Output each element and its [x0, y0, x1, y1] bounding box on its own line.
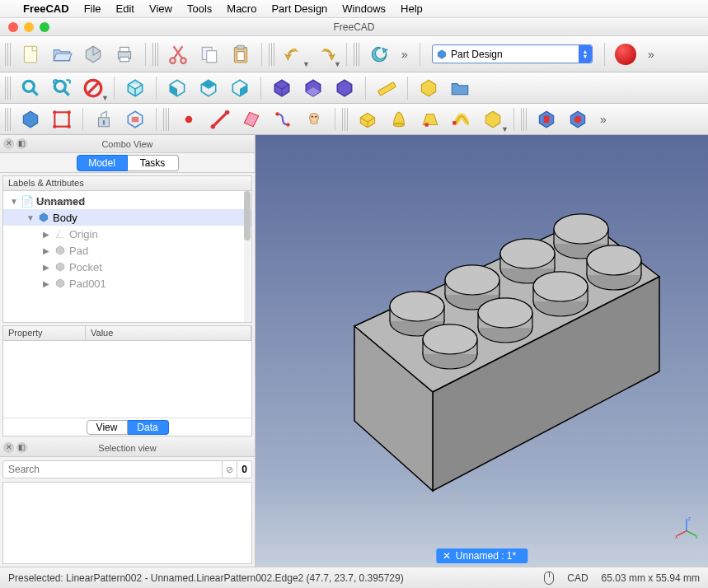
document-tab-close-icon[interactable]: ✕ [443, 550, 451, 562]
axis-cross-widget[interactable]: z y x [675, 516, 698, 539]
refresh-button[interactable] [365, 40, 393, 68]
svg-rect-9 [237, 45, 245, 49]
tree-disclosure-icon[interactable]: ▶ [43, 279, 51, 288]
tree-item-pad001[interactable]: ▶ Pad001 [3, 275, 251, 292]
new-document-button[interactable] [16, 40, 45, 68]
isometric-view-button[interactable] [121, 74, 149, 102]
toolbar-overflow-button[interactable]: » [643, 48, 659, 61]
additive-primitive-button[interactable]: ▼ [479, 105, 507, 133]
print-button[interactable] [110, 40, 138, 68]
draw-style-button[interactable]: ▼ [79, 74, 107, 102]
svg-point-41 [500, 239, 555, 268]
shape-binder-button[interactable] [300, 105, 328, 133]
workbench-selector[interactable]: Part Design ▲▼ [432, 44, 593, 63]
menu-windows[interactable]: Windows [342, 2, 386, 15]
tab-model[interactable]: Model [77, 155, 128, 171]
tree-item-origin[interactable]: ▶ Origin [3, 226, 251, 242]
tree-disclosure-icon[interactable]: ▶ [43, 246, 51, 255]
menu-view[interactable]: View [149, 2, 172, 15]
tree-item-pad[interactable]: ▶ Pad [3, 242, 251, 259]
toolbar-grip[interactable] [152, 43, 159, 66]
tree-disclosure-icon[interactable]: ▼ [10, 197, 18, 206]
tree-item-body[interactable]: ▼ Body [3, 209, 251, 226]
datum-cs-button[interactable] [269, 105, 297, 133]
toolbar-grip[interactable] [163, 108, 170, 131]
toolbar-overflow-button[interactable]: » [396, 48, 413, 61]
menu-part-design[interactable]: Part Design [271, 2, 327, 15]
property-column-header[interactable]: Property [3, 326, 86, 340]
menu-help[interactable]: Help [401, 2, 423, 15]
document-tab[interactable]: ✕ Unnamed : 1* [436, 548, 527, 563]
search-clear-button[interactable]: ⊘ [223, 460, 237, 478]
fit-selection-button[interactable] [48, 74, 76, 102]
tree-disclosure-icon[interactable]: ▼ [26, 213, 35, 222]
undo-button[interactable]: ▼ [280, 40, 308, 68]
create-body-button[interactable] [16, 105, 45, 133]
tree-item-pocket[interactable]: ▶ Pocket [3, 259, 251, 275]
workbench-label: Part Design [451, 49, 503, 60]
menu-tools[interactable]: Tools [187, 2, 212, 15]
additive-loft-button[interactable] [416, 105, 444, 133]
bottom-view-button[interactable] [299, 74, 327, 102]
datum-line-button[interactable] [206, 105, 234, 133]
toolbar-grip[interactable] [5, 77, 12, 100]
top-view-button[interactable] [195, 74, 223, 102]
tab-property-data[interactable]: Data [128, 420, 169, 435]
left-view-button[interactable] [331, 74, 359, 102]
tree-disclosure-icon[interactable]: ▶ [43, 230, 51, 239]
open-button[interactable] [48, 40, 76, 68]
app-name[interactable]: FreeCAD [23, 2, 69, 15]
window-minimize-button[interactable] [24, 22, 34, 32]
fit-all-button[interactable] [16, 74, 45, 102]
toolbar-grip[interactable] [354, 43, 360, 66]
group-button[interactable] [446, 74, 474, 102]
menu-macro[interactable]: Macro [227, 2, 256, 15]
hole-button[interactable] [564, 105, 592, 133]
menu-file[interactable]: File [84, 2, 101, 15]
part-button[interactable] [415, 74, 443, 102]
front-view-button[interactable] [163, 74, 191, 102]
selection-search-input[interactable] [2, 460, 223, 478]
value-column-header[interactable]: Value [86, 326, 251, 340]
panel-close-button[interactable]: ✕ [3, 442, 14, 453]
toolbar-grip[interactable] [269, 43, 275, 66]
pocket-button[interactable] [532, 105, 560, 133]
tree-disclosure-icon[interactable]: ▶ [43, 263, 51, 272]
mouse-icon[interactable] [544, 572, 554, 585]
save-button[interactable] [79, 40, 107, 68]
status-nav-style[interactable]: CAD [567, 572, 588, 584]
revolution-button[interactable] [385, 105, 413, 133]
datum-plane-button[interactable] [237, 105, 265, 133]
window-zoom-button[interactable] [40, 22, 49, 32]
tree-scroll-thumb[interactable] [244, 191, 251, 240]
3d-viewport[interactable]: z y x ✕ Unnamed : 1* [256, 135, 708, 567]
create-sketch-button[interactable] [48, 105, 76, 133]
macro-record-button[interactable] [615, 44, 636, 65]
workbench-dropdown-arrows[interactable]: ▲▼ [579, 45, 592, 63]
tab-property-view[interactable]: View [87, 420, 128, 435]
toolbar-grip[interactable] [5, 108, 12, 131]
copy-button[interactable] [195, 40, 223, 68]
redo-button[interactable]: ▼ [312, 40, 340, 68]
toolbar-grip[interactable] [521, 108, 527, 131]
pad-button[interactable] [354, 105, 382, 133]
toolbar-grip[interactable] [342, 108, 349, 131]
datum-point-button[interactable] [175, 105, 203, 133]
toolbar-overflow-button[interactable]: » [595, 113, 612, 126]
tab-tasks[interactable]: Tasks [128, 155, 179, 171]
right-view-button[interactable] [226, 74, 254, 102]
tree-item-document[interactable]: ▼ 📄 Unnamed [3, 193, 251, 209]
paste-button[interactable] [227, 40, 255, 68]
additive-pipe-button[interactable] [448, 105, 476, 133]
measure-distance-button[interactable] [373, 74, 401, 102]
menu-edit[interactable]: Edit [116, 2, 134, 15]
window-close-button[interactable] [8, 22, 18, 32]
panel-float-button[interactable]: ◧ [16, 442, 27, 453]
map-sketch-button[interactable] [121, 105, 149, 133]
toolbar-grip[interactable] [5, 43, 12, 66]
cut-button[interactable] [164, 40, 192, 68]
edit-sketch-button[interactable] [90, 105, 118, 133]
rear-view-button[interactable] [268, 74, 296, 102]
panel-close-button[interactable]: ✕ [3, 138, 14, 149]
panel-float-button[interactable]: ◧ [16, 138, 27, 149]
